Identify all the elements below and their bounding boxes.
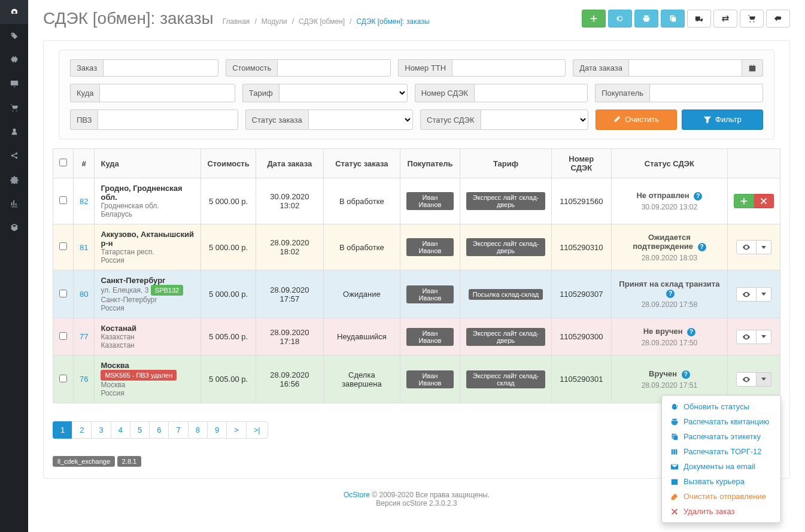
page-link[interactable]: 9: [207, 421, 227, 439]
row-view-button[interactable]: [736, 330, 757, 344]
truck-button[interactable]: [687, 10, 711, 28]
order-id-link[interactable]: 82: [80, 197, 88, 206]
page-link[interactable]: 2: [72, 421, 92, 439]
row-add-button[interactable]: [734, 194, 754, 208]
calendar-icon[interactable]: [742, 59, 763, 77]
tariff-badge: Экспресс лайт склад-дверь: [466, 192, 545, 210]
row-dropdown-toggle[interactable]: [757, 372, 771, 387]
filter-ttn-input[interactable]: [452, 59, 566, 77]
col-sdekstatus[interactable]: Статус СДЭК: [611, 149, 727, 178]
page-link[interactable]: >: [226, 421, 247, 439]
page-link[interactable]: 5: [130, 421, 150, 439]
breadcrumb-link[interactable]: СДЭК [обмен]: [299, 17, 345, 26]
row-dropdown-toggle[interactable]: [757, 287, 771, 302]
help-icon[interactable]: ?: [682, 370, 690, 379]
dropdown-delete[interactable]: Удалить заказ: [662, 504, 780, 519]
filter-ttn-label: Номер ТТН: [398, 59, 452, 77]
order-id-link[interactable]: 80: [80, 290, 88, 299]
dropdown-email[interactable]: Документы на email: [662, 459, 780, 474]
row-checkbox[interactable]: [59, 332, 67, 340]
sidebar-monitor-icon[interactable]: [0, 72, 28, 96]
filter-sdekno-input[interactable]: [474, 84, 588, 102]
col-buyer[interactable]: Покупатель: [400, 149, 460, 178]
back-button[interactable]: [766, 10, 790, 28]
page-link[interactable]: 1: [53, 421, 72, 439]
col-sdekno[interactable]: Номер СДЭК: [551, 149, 611, 178]
select-all-checkbox[interactable]: [59, 159, 67, 166]
filter-sdekstatus-select[interactable]: [481, 110, 588, 130]
row-view-button[interactable]: [736, 372, 757, 387]
cell-order-status: В обработке: [324, 178, 400, 224]
add-button[interactable]: [582, 10, 606, 28]
apply-filter-button[interactable]: Фильтр: [682, 110, 763, 130]
filter-pvz-input[interactable]: [98, 110, 238, 130]
page-link[interactable]: 4: [111, 421, 130, 439]
col-where[interactable]: Куда: [95, 149, 201, 178]
filter-tariff-label: Тариф: [242, 84, 279, 102]
row-dropdown-toggle[interactable]: [757, 240, 771, 254]
print-button[interactable]: [634, 10, 658, 28]
row-checkbox[interactable]: [59, 196, 67, 204]
row-view-button[interactable]: [736, 287, 757, 302]
row-delete-button[interactable]: [754, 194, 774, 208]
sdek-status-date: 28.09.2020 17:58: [618, 300, 721, 309]
cell-sdek-number: 1105290307: [551, 270, 611, 318]
filter-where-input[interactable]: [99, 84, 235, 102]
clear-filter-button[interactable]: Очистить: [596, 110, 677, 130]
sidebar-share-icon[interactable]: [0, 144, 28, 168]
dropdown-label[interactable]: Распечатать этикетку: [662, 429, 780, 444]
row-checkbox[interactable]: [59, 290, 67, 297]
col-tariff[interactable]: Тариф: [460, 149, 552, 178]
dropdown-refresh[interactable]: Обновить статусы: [662, 399, 780, 414]
help-icon[interactable]: ?: [694, 192, 702, 200]
cart-button[interactable]: [740, 10, 764, 28]
copyright-link[interactable]: OcStore: [344, 491, 370, 499]
sidebar-cart-icon[interactable]: [0, 96, 28, 120]
sidebar-gear-icon[interactable]: [0, 168, 28, 191]
filter-order-input[interactable]: [103, 59, 218, 77]
filter-date-input[interactable]: [628, 59, 742, 77]
filter-orderstatus-select[interactable]: [308, 110, 413, 130]
dropdown-courier[interactable]: Вызвать курьера: [662, 474, 780, 489]
help-icon[interactable]: ?: [666, 290, 675, 298]
col-id[interactable]: #: [74, 149, 95, 178]
sidebar-cube-icon[interactable]: [0, 215, 28, 239]
page-link[interactable]: 7: [168, 421, 188, 439]
dropdown-receipt[interactable]: Распечатать квитанцию: [662, 414, 780, 429]
cell-order-status: Ожидание: [324, 270, 400, 318]
row-dropdown-toggle[interactable]: [757, 330, 771, 344]
sidebar-puzzle-icon[interactable]: [0, 48, 28, 72]
dropdown-torg[interactable]: Распечатать ТОРГ-12: [662, 444, 780, 459]
orders-table: # Куда Стоимость Дата заказа Статус зака…: [53, 148, 780, 403]
row-checkbox[interactable]: [59, 375, 67, 382]
refresh-button[interactable]: [608, 10, 632, 28]
breadcrumb-link[interactable]: Главная: [223, 17, 250, 26]
filter-buyer-input[interactable]: [649, 84, 763, 102]
sidebar-tag-icon[interactable]: [0, 24, 28, 48]
filter-cost-input[interactable]: [277, 59, 391, 77]
order-id-link[interactable]: 77: [80, 332, 88, 341]
sidebar-dashboard-icon[interactable]: [0, 0, 28, 24]
breadcrumb-link[interactable]: Модули: [262, 17, 287, 26]
page-link[interactable]: 8: [188, 421, 208, 439]
col-orderstatus[interactable]: Статус заказа: [324, 149, 400, 178]
breadcrumb-link[interactable]: СДЭК [обмен]: заказы: [356, 17, 429, 26]
filter-tariff-select[interactable]: [279, 84, 408, 102]
help-icon[interactable]: ?: [698, 243, 706, 251]
page-link[interactable]: 6: [149, 421, 169, 439]
page-link[interactable]: 3: [91, 421, 111, 439]
row-view-button[interactable]: [736, 240, 757, 254]
page-link[interactable]: >|: [246, 421, 268, 439]
col-date[interactable]: Дата заказа: [256, 149, 323, 178]
sidebar-chart-icon[interactable]: [0, 191, 28, 215]
dropdown-clear[interactable]: Очистить отправление: [662, 489, 780, 504]
order-id-link[interactable]: 76: [80, 375, 88, 384]
row-checkbox[interactable]: [59, 242, 67, 250]
copy-button[interactable]: [661, 10, 685, 28]
sidebar-user-icon[interactable]: [0, 120, 28, 144]
sidebar: [0, 0, 28, 519]
exchange-button[interactable]: [713, 10, 737, 28]
col-cost[interactable]: Стоимость: [201, 149, 256, 178]
order-id-link[interactable]: 81: [80, 243, 88, 252]
help-icon[interactable]: ?: [687, 328, 695, 336]
